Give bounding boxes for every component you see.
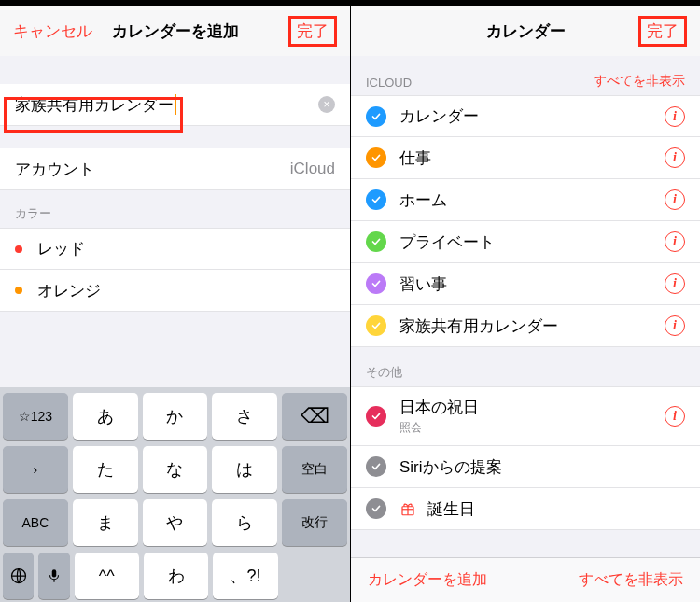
key-globe[interactable] bbox=[3, 553, 34, 599]
key-ha[interactable]: は bbox=[212, 446, 277, 493]
bottom-toolbar: カレンダーを追加 すべてを非表示 bbox=[351, 557, 700, 602]
check-icon bbox=[366, 406, 386, 427]
color-name: オレンジ bbox=[37, 280, 101, 301]
key-wa[interactable]: わ bbox=[144, 553, 208, 599]
key-mic[interactable] bbox=[38, 553, 69, 599]
calendar-name: 習い事 bbox=[399, 273, 447, 295]
nav-bar: キャンセル カレンダーを追加 完了 bbox=[0, 6, 350, 56]
cancel-button[interactable]: キャンセル bbox=[13, 21, 92, 42]
key-sa[interactable]: さ bbox=[212, 393, 277, 440]
phone-left: キャンセル カレンダーを追加 完了 家族共有用カレンダー × アカウント iCl… bbox=[0, 0, 350, 602]
color-option[interactable]: オレンジ bbox=[0, 270, 350, 312]
key-backspace[interactable]: ⌫ bbox=[282, 393, 347, 440]
key-space[interactable]: 空白 bbox=[282, 446, 347, 493]
color-name: レッド bbox=[37, 238, 85, 259]
done-button[interactable]: 完了 bbox=[638, 16, 687, 47]
calendar-name: 仕事 bbox=[399, 147, 431, 169]
calendar-name: カレンダー bbox=[399, 105, 479, 127]
calendar-name-input-row[interactable]: 家族共有用カレンダー × bbox=[0, 84, 350, 126]
info-icon[interactable]: i bbox=[665, 147, 685, 168]
key-ta[interactable]: た bbox=[73, 446, 138, 493]
hide-all-link[interactable]: すべてを非表示 bbox=[594, 73, 685, 90]
account-row[interactable]: アカウント iCloud bbox=[0, 148, 350, 190]
key-punct[interactable]: 、?! bbox=[213, 553, 277, 599]
key-chevron[interactable]: › bbox=[3, 446, 68, 493]
info-icon[interactable]: i bbox=[665, 231, 685, 252]
icloud-label: ICLOUD bbox=[366, 76, 412, 90]
account-value: iCloud bbox=[290, 160, 335, 178]
calendar-row[interactable]: 家族共有用カレンダーi bbox=[351, 305, 700, 347]
calendar-row[interactable]: プライベートi bbox=[351, 221, 700, 263]
check-icon bbox=[366, 273, 386, 294]
info-icon[interactable]: i bbox=[665, 273, 685, 294]
calendar-row[interactable]: カレンダーi bbox=[351, 95, 700, 137]
calendar-name-value: 家族共有用カレンダー bbox=[15, 94, 174, 116]
key-ra[interactable]: ら bbox=[212, 499, 277, 546]
calendar-row[interactable]: 日本の祝日照会i bbox=[351, 386, 700, 446]
key-return[interactable]: 改行 bbox=[282, 499, 347, 546]
calendar-name: 家族共有用カレンダー bbox=[399, 315, 558, 337]
clear-icon[interactable]: × bbox=[318, 96, 335, 113]
hide-all-bottom-link[interactable]: すべてを非表示 bbox=[579, 570, 683, 590]
other-label: その他 bbox=[366, 364, 402, 381]
calendar-row[interactable]: Siriからの提案 bbox=[351, 446, 700, 488]
check-icon bbox=[366, 147, 386, 168]
add-calendar-link[interactable]: カレンダーを追加 bbox=[368, 570, 487, 590]
calendar-name: プライベート bbox=[399, 231, 495, 253]
key-a[interactable]: あ bbox=[73, 393, 138, 440]
keyboard: ☆123 あ か さ ⌫ › た な は 空白 ABC ま や ら 改行 bbox=[0, 387, 350, 602]
check-icon bbox=[366, 498, 386, 519]
calendar-row[interactable]: ホームi bbox=[351, 179, 700, 221]
info-icon[interactable]: i bbox=[665, 315, 685, 336]
check-icon bbox=[366, 189, 386, 210]
info-icon[interactable]: i bbox=[665, 189, 685, 210]
icloud-header: ICLOUD すべてを非表示 bbox=[351, 56, 700, 95]
color-section-header: カラー bbox=[0, 190, 350, 228]
calendar-sub: 照会 bbox=[399, 420, 479, 436]
info-icon[interactable]: i bbox=[665, 106, 685, 127]
color-option[interactable]: レッド bbox=[0, 228, 350, 270]
key-ya[interactable]: や bbox=[143, 499, 208, 546]
calendar-name: Siriからの提案 bbox=[399, 456, 502, 478]
calendar-row[interactable]: 誕生日 bbox=[351, 488, 700, 530]
check-icon bbox=[366, 106, 386, 127]
nav-bar: カレンダー 完了 bbox=[351, 6, 700, 56]
info-icon[interactable]: i bbox=[665, 406, 685, 427]
key-abc[interactable]: ABC bbox=[3, 499, 68, 546]
check-icon bbox=[366, 315, 386, 336]
key-na[interactable]: な bbox=[143, 446, 208, 493]
done-button[interactable]: 完了 bbox=[288, 16, 337, 47]
color-dot-icon bbox=[15, 245, 22, 253]
key-emo[interactable]: ^^ bbox=[75, 553, 139, 599]
key-numsym[interactable]: ☆123 bbox=[3, 393, 68, 440]
check-icon bbox=[366, 231, 386, 252]
text-caret bbox=[175, 94, 176, 115]
calendar-name: 誕生日 bbox=[427, 498, 475, 520]
account-label: アカウント bbox=[15, 159, 94, 180]
calendar-name: 日本の祝日 bbox=[399, 397, 479, 418]
calendar-row[interactable]: 仕事i bbox=[351, 137, 700, 179]
check-icon bbox=[366, 456, 386, 477]
svg-rect-1 bbox=[52, 569, 57, 577]
key-ma[interactable]: ま bbox=[73, 499, 138, 546]
phone-right: カレンダー 完了 ICLOUD すべてを非表示 カレンダーi仕事iホームiプライ… bbox=[350, 0, 700, 602]
color-dot-icon bbox=[15, 287, 22, 294]
key-ka[interactable]: か bbox=[143, 393, 208, 440]
gift-icon bbox=[399, 500, 416, 517]
other-header: その他 bbox=[351, 347, 700, 386]
calendar-row[interactable]: 習い事i bbox=[351, 263, 700, 305]
calendar-name: ホーム bbox=[399, 189, 447, 211]
